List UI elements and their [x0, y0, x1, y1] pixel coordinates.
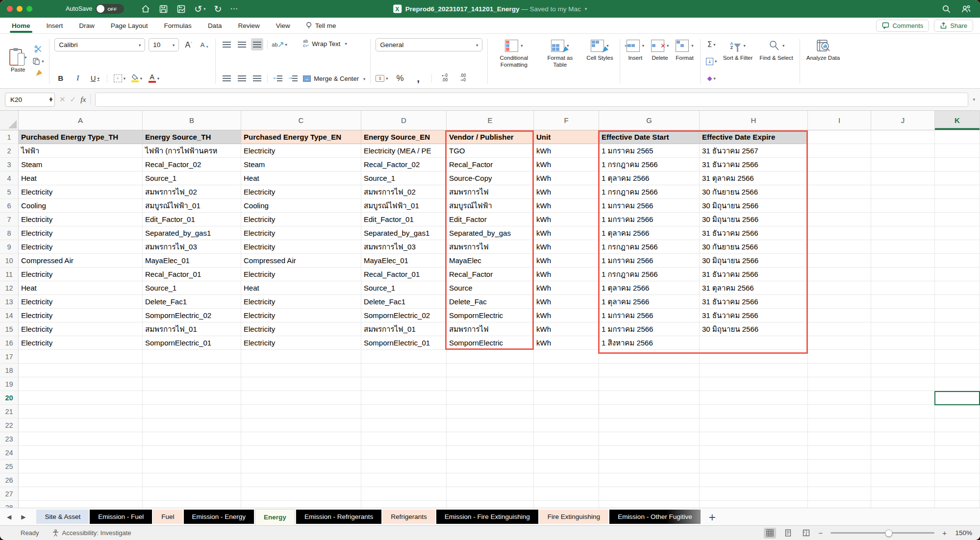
cell-F7[interactable]: kWh: [534, 213, 599, 226]
column-header-i[interactable]: I: [808, 111, 871, 130]
row-header-3[interactable]: 3: [0, 158, 19, 172]
cell-B12[interactable]: Source_1: [143, 281, 241, 295]
cell-E10[interactable]: MayaElec: [447, 254, 534, 268]
cell-A7[interactable]: Electricity: [19, 213, 143, 226]
cell-I28[interactable]: [808, 501, 871, 508]
paste-button[interactable]: ▾ Paste: [8, 49, 28, 74]
cell-B24[interactable]: [143, 446, 241, 460]
search-icon[interactable]: [942, 4, 951, 14]
cell-F28[interactable]: [534, 501, 599, 508]
wrap-text-button[interactable]: abc↵ Wrap Text ▾: [303, 39, 365, 48]
cell-F16[interactable]: kWh: [534, 336, 599, 350]
cell-J23[interactable]: [871, 432, 935, 446]
orientation-button[interactable]: ab▾: [272, 38, 287, 50]
sheet-tab-emission-energy[interactable]: Emission - Energy: [184, 510, 254, 524]
cell-C28[interactable]: [241, 501, 361, 508]
cell-G10[interactable]: 1 มกราคม 2566: [599, 254, 700, 268]
cell-G22[interactable]: [599, 418, 700, 432]
cell-I4[interactable]: [808, 172, 871, 185]
cell-C12[interactable]: Heat: [241, 281, 361, 295]
cell-C21[interactable]: [241, 405, 361, 418]
comments-button[interactable]: Comments: [876, 20, 929, 32]
cell-E5[interactable]: สมพรการไฟ: [447, 185, 534, 199]
cell-B18[interactable]: [143, 364, 241, 377]
cell-G2[interactable]: 1 มกราคม 2565: [599, 144, 700, 158]
cell-J26[interactable]: [871, 473, 935, 487]
page-layout-view-button[interactable]: [782, 528, 794, 539]
cell-H5[interactable]: 30 กันยายน 2566: [700, 185, 808, 199]
name-box[interactable]: K20 ▲▼: [5, 93, 55, 107]
more-toolbar-icon[interactable]: ⋯: [230, 5, 238, 13]
document-title-area[interactable]: X Preprod6_20231017_141201_Energy — Save…: [393, 5, 587, 13]
cell-G8[interactable]: 1 ตุลาคม 2566: [599, 226, 700, 240]
cell-D24[interactable]: [361, 446, 447, 460]
cell-F14[interactable]: kWh: [534, 309, 599, 322]
cell-D16[interactable]: SompornElectric_01: [361, 336, 447, 350]
column-header-g[interactable]: G: [599, 111, 700, 130]
cell-A27[interactable]: [19, 487, 143, 501]
cell-G26[interactable]: [599, 473, 700, 487]
cell-B5[interactable]: สมพรการไฟ_02: [143, 185, 241, 199]
cell-G25[interactable]: [599, 460, 700, 473]
sheet-tab-energy[interactable]: Energy: [255, 509, 295, 525]
cell-B21[interactable]: [143, 405, 241, 418]
cell-I17[interactable]: [808, 350, 871, 364]
format-cells-button[interactable]: ▾ Format: [674, 37, 695, 85]
cell-I16[interactable]: [808, 336, 871, 350]
sheet-tab-emission-refrigerants[interactable]: Emission - Refrigerants: [296, 510, 381, 524]
cell-A16[interactable]: Electricity: [19, 336, 143, 350]
cell-E27[interactable]: [447, 487, 534, 501]
cell-H3[interactable]: 31 ธันวาคม 2566: [700, 158, 808, 172]
cell-J10[interactable]: [871, 254, 935, 268]
cell-A4[interactable]: Heat: [19, 172, 143, 185]
cell-G23[interactable]: [599, 432, 700, 446]
row-header-9[interactable]: 9: [0, 240, 19, 254]
cell-J1[interactable]: [871, 130, 935, 144]
cell-I20[interactable]: [808, 391, 871, 405]
cell-H1[interactable]: Effective Date Expire: [700, 130, 808, 144]
fill-chevron-icon[interactable]: ▾: [715, 59, 717, 64]
cell-G28[interactable]: [599, 501, 700, 508]
row-header-10[interactable]: 10: [0, 254, 19, 268]
column-header-f[interactable]: F: [534, 111, 599, 130]
cell-J18[interactable]: [871, 364, 935, 377]
cell-F26[interactable]: [534, 473, 599, 487]
cell-K22[interactable]: [935, 418, 980, 432]
cell-D22[interactable]: [361, 418, 447, 432]
cell-K25[interactable]: [935, 460, 980, 473]
autosum-chevron-icon[interactable]: ▾: [713, 42, 715, 47]
cell-I9[interactable]: [808, 240, 871, 254]
cell-G27[interactable]: [599, 487, 700, 501]
column-header-e[interactable]: E: [447, 111, 534, 130]
cell-F1[interactable]: Unit: [534, 130, 599, 144]
analyze-data-button[interactable]: Analyze Data: [805, 37, 841, 85]
share-button[interactable]: Share: [934, 20, 973, 32]
cell-I18[interactable]: [808, 364, 871, 377]
cell-D10[interactable]: MayaElec_01: [361, 254, 447, 268]
comma-style-button[interactable]: ,: [412, 72, 425, 84]
cell-C18[interactable]: [241, 364, 361, 377]
cell-G19[interactable]: [599, 377, 700, 391]
undo-button[interactable]: ↺▾: [194, 4, 205, 14]
cell-H18[interactable]: [700, 364, 808, 377]
cell-A18[interactable]: [19, 364, 143, 377]
cell-E25[interactable]: [447, 460, 534, 473]
cell-A12[interactable]: Heat: [19, 281, 143, 295]
cell-A21[interactable]: [19, 405, 143, 418]
row-header-23[interactable]: 23: [0, 432, 19, 446]
zoom-level[interactable]: 150%: [953, 529, 972, 537]
delete-chevron-icon[interactable]: ▾: [667, 43, 669, 48]
cell-B13[interactable]: Delete_Fac1: [143, 295, 241, 309]
row-header-6[interactable]: 6: [0, 199, 19, 213]
column-header-h[interactable]: H: [700, 111, 808, 130]
cell-K10[interactable]: [935, 254, 980, 268]
cell-E17[interactable]: [447, 350, 534, 364]
cell-C9[interactable]: Electricity: [241, 240, 361, 254]
cell-E15[interactable]: สมพรการไฟ: [447, 322, 534, 336]
cell-F4[interactable]: kWh: [534, 172, 599, 185]
clear-chevron-icon[interactable]: ▾: [714, 76, 716, 81]
cell-G7[interactable]: 1 มกราคม 2566: [599, 213, 700, 226]
cell-K16[interactable]: [935, 336, 980, 350]
number-format-select[interactable]: General▾: [376, 38, 482, 51]
cell-G17[interactable]: [599, 350, 700, 364]
